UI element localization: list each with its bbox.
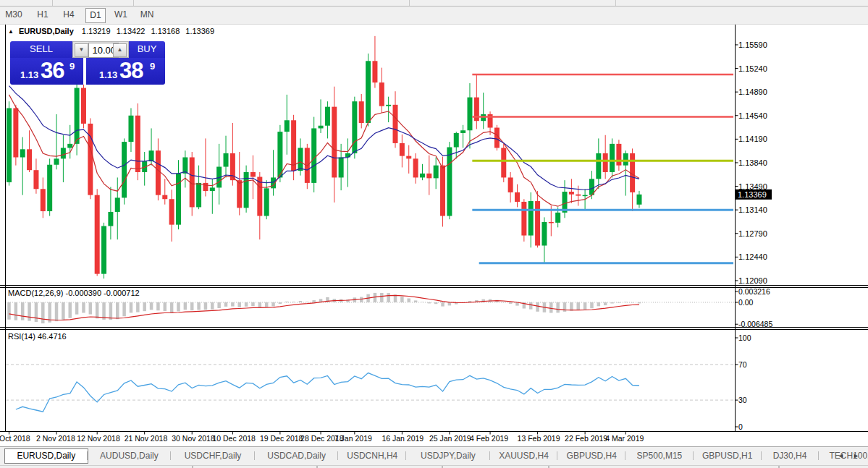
buy-price-button[interactable]: 1.13 38 9 bbox=[86, 58, 165, 85]
candle-body bbox=[311, 128, 316, 182]
date-tick-label: 13 Feb 2019 bbox=[518, 434, 560, 443]
chart-tab-gbpusd-h1[interactable]: GBPUSD,H1 bbox=[694, 448, 761, 463]
chart-tab-usdchf-daily[interactable]: USDCHF,Daily bbox=[172, 448, 254, 463]
tab-separator bbox=[405, 451, 406, 460]
candle-body bbox=[176, 174, 181, 225]
chart-tab-usdcnh-h4[interactable]: USDCNH,H4 bbox=[339, 448, 405, 463]
rsi-tick-label: 70 bbox=[738, 360, 747, 369]
mt4-window: 1.155901.152401.148901.145401.141901.138… bbox=[0, 0, 868, 468]
chart-tab-dj30-h4[interactable]: DJ30,H4 bbox=[762, 448, 818, 463]
toolbar-separator bbox=[52, 0, 53, 6]
macd-indicator-label: MACD(12,26,9) -0.000390 -0.000712 bbox=[8, 289, 140, 297]
candle-body bbox=[576, 195, 581, 196]
ohlc-low: 1.13168 bbox=[151, 27, 180, 35]
sell-price-button[interactable]: 1.13 36 9 bbox=[10, 58, 83, 85]
chart-tab-usdcad-daily[interactable]: USDCAD,Daily bbox=[256, 448, 338, 463]
candle-body bbox=[108, 212, 113, 226]
candle-body bbox=[521, 202, 526, 236]
candle-body bbox=[95, 195, 100, 274]
candle-body bbox=[237, 180, 242, 208]
candle-body bbox=[454, 133, 459, 148]
macd-panel-plot[interactable] bbox=[6, 293, 734, 323]
tab-separator bbox=[254, 451, 255, 460]
price-axis[interactable]: 1.155901.152401.148901.145401.141901.138… bbox=[736, 41, 772, 285]
candle-body bbox=[319, 126, 324, 129]
price-tick-label: 1.13840 bbox=[738, 158, 767, 167]
candle-body bbox=[33, 170, 38, 189]
status-strip bbox=[0, 465, 868, 468]
candle-body bbox=[406, 156, 411, 159]
candle-body bbox=[610, 144, 615, 172]
timeframe-button-h1[interactable]: H1 bbox=[33, 8, 52, 22]
chart-tab-usdjpy-daily[interactable]: USDJPY,Daily bbox=[407, 448, 489, 463]
rsi-value: 46.4716 bbox=[38, 332, 67, 341]
tab-separator bbox=[761, 451, 762, 460]
candle-body bbox=[393, 105, 398, 143]
rsi-axis[interactable]: 10070300 bbox=[736, 333, 751, 431]
chart-tab-bar: ◄ ► EURUSD,DailyAUDUSD,DailyUSDCHF,Daily… bbox=[0, 446, 868, 465]
candle-body bbox=[41, 189, 46, 211]
macd-value: -0.000390 bbox=[65, 289, 101, 297]
candle-body bbox=[366, 61, 371, 123]
timeframe-button-d1[interactable]: D1 bbox=[85, 8, 106, 23]
tab-separator bbox=[625, 451, 625, 460]
toolbar-separator bbox=[409, 0, 410, 6]
timeframe-button-m30[interactable]: M30 bbox=[1, 8, 26, 22]
tab-separator bbox=[170, 451, 171, 460]
rsi-panel-plot[interactable] bbox=[6, 365, 734, 412]
rsi-tick-label: 0 bbox=[738, 422, 743, 431]
ohlc-open: 1.13219 bbox=[82, 27, 111, 35]
rsi-line bbox=[16, 373, 639, 412]
tab-separator bbox=[489, 451, 490, 460]
candle-body bbox=[298, 148, 303, 171]
candle-body bbox=[400, 143, 405, 156]
volume-increase-button[interactable]: ▲ bbox=[113, 43, 127, 57]
chart-tab-tech100-h1[interactable]: TECH100,H1 bbox=[819, 448, 868, 463]
candle-body bbox=[413, 158, 418, 177]
candle-body bbox=[528, 201, 534, 236]
candle-body bbox=[359, 101, 364, 123]
chart-tab-audusd-daily[interactable]: AUDUSD,Daily bbox=[88, 448, 171, 463]
candle-body bbox=[196, 183, 201, 208]
candle-body bbox=[285, 120, 290, 132]
volume-decrease-button[interactable]: ▼ bbox=[75, 43, 88, 57]
tab-separator bbox=[337, 451, 338, 460]
macd-tick-label: 0.00 bbox=[738, 298, 754, 307]
price-tick-label: 1.13140 bbox=[738, 205, 767, 214]
toolbar-separator bbox=[615, 0, 616, 6]
date-axis[interactable]: 24 Oct 20182 Nov 201812 Nov 201821 Nov 2… bbox=[0, 432, 644, 443]
candle-body bbox=[447, 148, 452, 216]
candle-body bbox=[372, 61, 377, 82]
sell-button[interactable]: SELL bbox=[10, 41, 72, 59]
one-click-trade-panel: SELL ▼ ▲ BUY 1.13 36 9 1.13 38 9 bbox=[10, 41, 165, 85]
candle-body bbox=[156, 150, 161, 195]
candle-body bbox=[352, 101, 357, 153]
timeframe-button-h4[interactable]: H4 bbox=[59, 8, 78, 22]
candle-body bbox=[264, 188, 269, 216]
candle-body bbox=[291, 120, 296, 171]
buy-button[interactable]: BUY bbox=[129, 41, 165, 59]
candle-body bbox=[636, 195, 641, 205]
chart-header: ▲ EURUSD,Daily 1.13219 1.13422 1.13168 1… bbox=[8, 27, 218, 35]
candle-body bbox=[603, 153, 608, 172]
chart-tab-eurusd-daily[interactable]: EURUSD,Daily bbox=[4, 448, 88, 464]
candle-body bbox=[61, 148, 66, 158]
price-tick-label: 1.12440 bbox=[738, 252, 767, 261]
macd-axis[interactable]: 0.0032160.00-0.006485 bbox=[736, 287, 773, 328]
candle-body bbox=[67, 144, 72, 148]
candle-body bbox=[122, 142, 127, 197]
timeframe-button-w1[interactable]: W1 bbox=[111, 8, 130, 22]
collapse-panel-icon[interactable]: ▲ bbox=[8, 28, 14, 35]
candle-body bbox=[101, 226, 106, 273]
timeframe-button-mn[interactable]: MN bbox=[138, 8, 156, 22]
chart-tab-xauusd-h4[interactable]: XAUUSD,H4 bbox=[491, 448, 557, 463]
chart-tab-gbpusd-h4[interactable]: GBPUSD,H4 bbox=[558, 448, 625, 463]
candle-body bbox=[210, 187, 215, 191]
date-tick-label: 22 Feb 2019 bbox=[565, 434, 607, 443]
candle-body bbox=[203, 183, 208, 191]
candle-body bbox=[555, 213, 560, 223]
volume-control: ▼ ▲ bbox=[72, 41, 129, 58]
candle-body bbox=[169, 199, 174, 224]
chart-tab-sp500-m15[interactable]: SP500,M15 bbox=[626, 448, 693, 463]
date-tick-label: 2 Nov 2018 bbox=[36, 434, 75, 443]
